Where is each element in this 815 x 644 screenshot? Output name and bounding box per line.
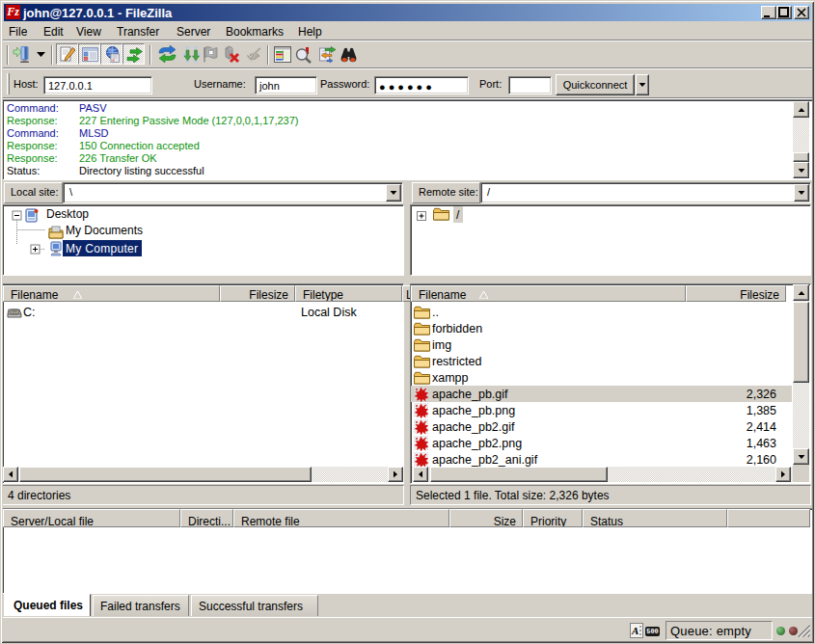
- svg-text:A: A: [631, 625, 638, 636]
